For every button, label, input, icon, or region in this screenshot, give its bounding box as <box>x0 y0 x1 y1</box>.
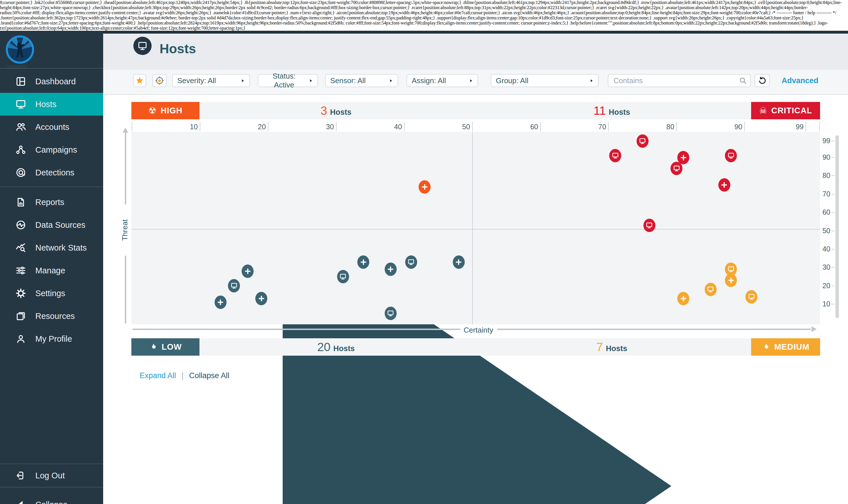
list-controls: Expand All | Collapse All <box>140 371 229 380</box>
chevron-right-icon <box>589 78 593 83</box>
host-point-critical[interactable] <box>637 134 648 148</box>
settings-icon <box>15 288 26 299</box>
y-axis-tick-label: 20 <box>814 282 830 290</box>
sidebar-item-dashboard[interactable]: Dashboard <box>0 70 103 93</box>
host-marker-icon <box>611 152 619 160</box>
host-point-low[interactable] <box>214 295 227 309</box>
cognito-logo-text: COGNITO <box>6 65 34 70</box>
sidebar-item-detections[interactable]: Detections <box>0 161 103 184</box>
sidebar-divider <box>0 186 103 187</box>
y-axis-tick-label: 90 <box>814 153 830 161</box>
sidebar-item-label: Campaigns <box>35 145 77 155</box>
x-axis-tick <box>336 122 336 131</box>
host-marker-icon <box>339 273 347 281</box>
cluster-plus-icon <box>387 265 394 273</box>
cluster-plus-icon <box>258 295 265 302</box>
threat-axis-line <box>125 133 126 204</box>
filter-dropdown-group[interactable]: Group: All <box>491 74 599 87</box>
sidebar-item-label: Hosts <box>35 100 56 109</box>
filter-dropdown-assign[interactable]: Assign: All <box>406 74 478 87</box>
host-point-low[interactable] <box>385 263 397 276</box>
sidebar-item-network-stats[interactable]: Network Stats <box>0 236 103 259</box>
filter-dropdown-label: Status: Active <box>263 72 305 89</box>
expand-all-link[interactable]: Expand All <box>140 371 176 380</box>
reports-icon <box>15 197 26 208</box>
filter-dropdown-sensor[interactable]: Sensor: All <box>325 74 398 87</box>
sidebar-item-my-profile[interactable]: My Profile <box>0 327 103 350</box>
x-axis-tick <box>608 122 609 131</box>
sidebar-item-accounts[interactable]: Accounts <box>0 115 103 138</box>
x-axis-tick-label: 50 <box>446 123 470 131</box>
medium-severity-box[interactable]: MEDIUM <box>751 338 820 356</box>
logout-icon <box>15 470 26 481</box>
y-axis-tick <box>831 231 835 231</box>
sidebar-item-label: Detections <box>35 168 74 177</box>
host-marker-icon <box>727 152 735 160</box>
y-axis-tick-label: 60 <box>814 208 830 216</box>
x-axis-tick <box>268 122 269 131</box>
cognito-logo-icon <box>6 35 34 64</box>
sidebar-item-data-sources[interactable]: Data Sources <box>0 214 103 236</box>
x-axis-tick <box>404 122 404 131</box>
x-axis-tick <box>819 122 820 131</box>
sidebar-item-settings[interactable]: Settings <box>0 282 103 305</box>
y-axis-tick-label: 70 <box>814 190 830 198</box>
flame-icon <box>149 343 158 352</box>
hosts-icon <box>15 99 26 110</box>
collapse-all-link[interactable]: Collapse All <box>189 371 229 380</box>
sidebar-item-resources[interactable]: Resources <box>0 305 103 327</box>
sidebar-divider <box>0 487 103 487</box>
sidebar-nav: DashboardHostsAccountsCampaignsDetection… <box>0 70 103 350</box>
sidebar-item-label: Log Out <box>35 471 65 480</box>
reset-icon <box>758 76 766 85</box>
filter-dropdown-severity[interactable]: Severity: All <box>172 74 250 87</box>
cluster-plus-icon <box>680 154 687 161</box>
host-point-low[interactable] <box>453 255 465 269</box>
sidebar-item-campaigns[interactable]: Campaigns <box>0 138 103 161</box>
high-severity-box[interactable]: ☢ HIGH <box>131 102 200 119</box>
host-point-critical[interactable] <box>643 219 655 232</box>
sidebar-item-label: Resources <box>35 311 75 321</box>
sidebar-item-manage[interactable]: Manage <box>0 259 103 282</box>
cluster-plus-icon <box>727 276 735 284</box>
host-point-critical[interactable] <box>719 178 730 192</box>
search-input[interactable] <box>608 74 751 87</box>
host-point-low[interactable] <box>357 255 369 269</box>
host-point-low[interactable] <box>385 307 397 320</box>
y-axis-tick <box>831 194 835 195</box>
y-axis-tick <box>831 175 835 176</box>
x-axis-tick <box>744 122 745 131</box>
high-label: HIGH <box>161 106 183 115</box>
favorite-filter-button[interactable] <box>133 74 146 87</box>
y-axis-tick <box>831 267 835 268</box>
host-point-medium[interactable] <box>705 283 717 296</box>
sidebar-item-reports[interactable]: Reports <box>0 191 103 214</box>
host-point-low[interactable] <box>405 255 417 269</box>
cognito-logo[interactable]: COGNITO <box>6 35 34 64</box>
low-severity-box[interactable]: LOW <box>131 338 200 356</box>
sidebar-collapse-button[interactable]: Collapse <box>0 493 103 504</box>
host-point-medium[interactable] <box>745 290 757 304</box>
x-axis-tick-label: 30 <box>310 123 334 131</box>
my-profile-icon <box>15 334 26 344</box>
chart-horizontal-midline <box>131 229 820 230</box>
x-axis-tick-label: 60 <box>514 123 538 131</box>
sidebar-item-log-out[interactable]: Log Out <box>0 464 103 487</box>
advanced-link[interactable]: Advanced <box>782 74 818 87</box>
y-axis-tick-label: 30 <box>814 263 830 271</box>
filter-dropdown-status[interactable]: Status: Active <box>258 74 318 87</box>
host-point-high[interactable] <box>419 180 431 194</box>
host-marker-icon <box>639 137 646 145</box>
critical-host-count: 11 Hosts <box>472 102 751 119</box>
critical-severity-box[interactable]: ☠ CRITICAL <box>751 102 820 119</box>
y-axis-title: Threat <box>121 210 130 250</box>
reset-filters-button[interactable] <box>755 74 769 87</box>
filter-bar: Severity: AllStatus: ActiveSensor: AllAs… <box>103 70 848 95</box>
severity-band-bottom: LOW 20 Hosts 7 Hosts MEDIUM <box>131 338 820 356</box>
host-point-low[interactable] <box>242 265 254 278</box>
host-point-low[interactable] <box>337 270 349 283</box>
sidebar-item-hosts[interactable]: Hosts <box>0 93 103 115</box>
detections-icon <box>15 167 26 178</box>
star-target-filter-button[interactable] <box>153 74 167 87</box>
host-point-critical[interactable] <box>677 151 689 164</box>
